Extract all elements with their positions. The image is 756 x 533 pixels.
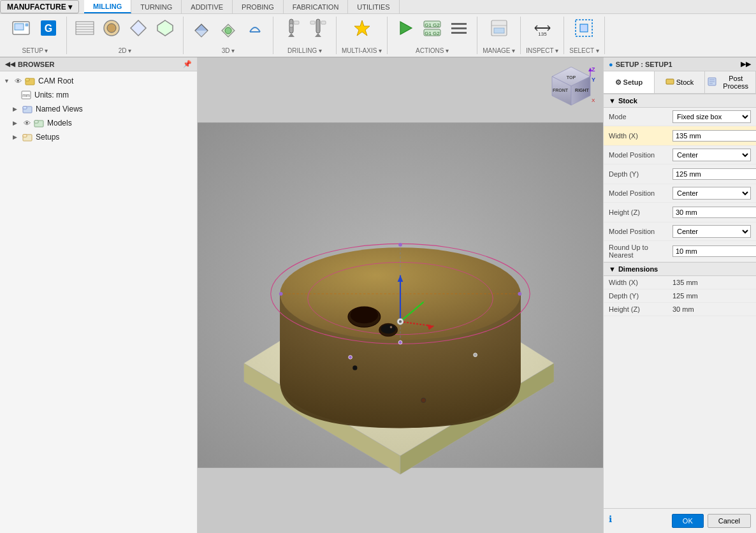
- inspect-group-label[interactable]: INSPECT ▾: [526, 46, 558, 54]
- depth-y-spinbox: ▲ ▼: [672, 167, 756, 181]
- tab-utilities[interactable]: UTILITIES: [348, 0, 399, 13]
- stock-section-header[interactable]: ▼ Stock: [604, 94, 756, 108]
- width-x-value: ▲ ▼: [672, 129, 756, 143]
- 3d-btn-1[interactable]: [189, 17, 214, 40]
- named-views-arrow[interactable]: ▶: [13, 106, 22, 112]
- select-group-label[interactable]: SELECT ▾: [569, 46, 599, 54]
- setup-btn-2[interactable]: G: [36, 17, 61, 40]
- svg-rect-22: [310, 21, 315, 24]
- setups-arrow[interactable]: ▶: [13, 134, 22, 140]
- svg-marker-25: [400, 22, 412, 34]
- setup-btn-1[interactable]: [9, 17, 34, 40]
- dim-height-row: Height (Z) 30 mm: [604, 303, 756, 316]
- drilling-group-label[interactable]: DRILLING ▾: [287, 46, 322, 54]
- info-icon[interactable]: ℹ: [609, 514, 612, 528]
- 2d-btn-4[interactable]: [152, 17, 178, 40]
- tree-item-cam-root[interactable]: ▼ 👁 CAM Root: [0, 74, 197, 88]
- 3d-btn-2[interactable]: [215, 17, 241, 40]
- drilling-btn-2[interactable]: [305, 17, 331, 40]
- cam-root-arrow[interactable]: ▼: [4, 78, 13, 84]
- actions-btn-1[interactable]: [393, 17, 418, 40]
- model-position-2-select[interactable]: Center Minimum Maximum: [672, 187, 751, 200]
- actions-icon-3: [449, 18, 469, 38]
- svg-text:mm: mm: [22, 93, 30, 98]
- 3d-group-label[interactable]: 3D ▾: [222, 46, 235, 54]
- 2d-icon-3: [128, 18, 149, 38]
- cam-root-eye[interactable]: 👁: [13, 76, 23, 86]
- multiaxis-btn-1[interactable]: [349, 17, 375, 40]
- setup-tab-label: Setup: [623, 78, 643, 86]
- tab-setup[interactable]: ⚙ Setup: [604, 71, 655, 93]
- svg-text:135: 135: [538, 31, 547, 37]
- setup-indicator-icon: ●: [609, 61, 613, 68]
- dimensions-section-label: Dimensions: [618, 265, 658, 273]
- ribbon-group-inspect: 135 INSPECT ▾: [521, 17, 564, 54]
- inspect-btn-1[interactable]: 135: [530, 17, 555, 40]
- svg-point-75: [421, 398, 426, 402]
- 2d-icon-2: [101, 18, 122, 38]
- browser-pin-icon[interactable]: 📌: [183, 60, 192, 68]
- dimensions-section-header[interactable]: ▼ Dimensions: [604, 262, 756, 276]
- tab-post-process[interactable]: Post Process: [705, 71, 756, 93]
- svg-rect-30: [451, 23, 467, 25]
- manage-group-label[interactable]: MANAGE ▾: [483, 46, 515, 54]
- multiaxis-group-label[interactable]: MULTI-AXIS ▾: [342, 46, 382, 54]
- inspect-icon-1: 135: [532, 18, 553, 38]
- manage-btn-1[interactable]: [486, 17, 512, 40]
- model-position-3-select[interactable]: Center Minimum Maximum: [672, 225, 751, 238]
- right-panel: ● SETUP : SETUP1 ▶▶ ⚙ Setup Stock Post P…: [603, 57, 756, 533]
- tab-probing[interactable]: PROBING: [233, 0, 284, 13]
- tab-milling[interactable]: MILLING: [84, 0, 131, 13]
- svg-marker-12: [131, 20, 146, 36]
- browser-panel: ◀◀ BROWSER 📌 ▼ 👁 CAM Root mm Units: mm: [0, 57, 198, 533]
- svg-rect-35: [494, 28, 504, 33]
- svg-rect-51: [34, 120, 38, 123]
- ok-button[interactable]: OK: [672, 514, 704, 528]
- 2d-btn-2[interactable]: [99, 17, 124, 40]
- actions-btn-2[interactable]: G1 G2G1 G2: [419, 17, 445, 40]
- viewcube[interactable]: TOP FRONT RIGHT Z Y X: [546, 64, 597, 115]
- stock-tab-label: Stock: [676, 78, 694, 86]
- drilling-btn-1[interactable]: [279, 17, 304, 40]
- 2d-btn-1[interactable]: [72, 17, 98, 40]
- select-btn-1[interactable]: [571, 17, 597, 40]
- svg-point-70: [398, 243, 402, 247]
- models-arrow[interactable]: ▶: [13, 120, 22, 126]
- model-position-1-select[interactable]: Center Minimum Maximum: [672, 149, 751, 161]
- tree-item-models[interactable]: ▶ 👁 Models: [0, 116, 197, 130]
- setup-group-label[interactable]: SETUP ▾: [22, 46, 48, 54]
- models-eye[interactable]: 👁: [22, 118, 32, 128]
- mode-select[interactable]: Fixed size box Relative size box Fixed s…: [672, 110, 751, 123]
- round-up-value: ▲ ▼: [672, 244, 756, 258]
- height-z-row: Height (Z) ▲ ▼: [604, 203, 756, 223]
- model-position-3-label: Model Position: [609, 228, 672, 235]
- depth-y-input[interactable]: [672, 168, 756, 180]
- height-z-label: Height (Z): [609, 208, 672, 216]
- 3d-btn-3[interactable]: [242, 17, 268, 40]
- 2d-btn-3[interactable]: [126, 17, 151, 40]
- height-z-input[interactable]: [672, 207, 756, 218]
- actions-group-label[interactable]: ACTIONS ▾: [416, 46, 449, 54]
- svg-point-83: [399, 320, 402, 323]
- width-x-input[interactable]: [672, 130, 756, 142]
- tree-item-setups[interactable]: ▶ Setups: [0, 130, 197, 144]
- svg-rect-5: [76, 22, 94, 34]
- 3d-icon-3: [245, 18, 265, 38]
- panel-expand-icon[interactable]: ▶▶: [741, 60, 751, 68]
- viewport[interactable]: TOP FRONT RIGHT Z Y X: [198, 57, 603, 533]
- svg-text:Z: Z: [592, 66, 595, 73]
- browser-expand-icon[interactable]: ◀◀: [5, 61, 15, 68]
- manufacture-button[interactable]: MANUFACTURE ▾: [0, 0, 79, 13]
- svg-rect-23: [321, 21, 326, 24]
- tab-additive[interactable]: ADDITIVE: [182, 0, 233, 13]
- post-process-tab-label: Post Process: [718, 75, 753, 90]
- round-up-input[interactable]: [672, 245, 756, 257]
- tab-fabrication[interactable]: FABRICATION: [284, 0, 349, 13]
- tab-stock[interactable]: Stock: [655, 71, 706, 93]
- toolbar: MANUFACTURE ▾ MILLING TURNING ADDITIVE P…: [0, 0, 756, 57]
- tree-item-named-views[interactable]: ▶ Named Views: [0, 102, 197, 116]
- 2d-group-label[interactable]: 2D ▾: [119, 46, 132, 54]
- actions-btn-3[interactable]: [446, 17, 472, 40]
- tab-turning[interactable]: TURNING: [131, 0, 182, 13]
- cancel-button[interactable]: Cancel: [708, 514, 751, 528]
